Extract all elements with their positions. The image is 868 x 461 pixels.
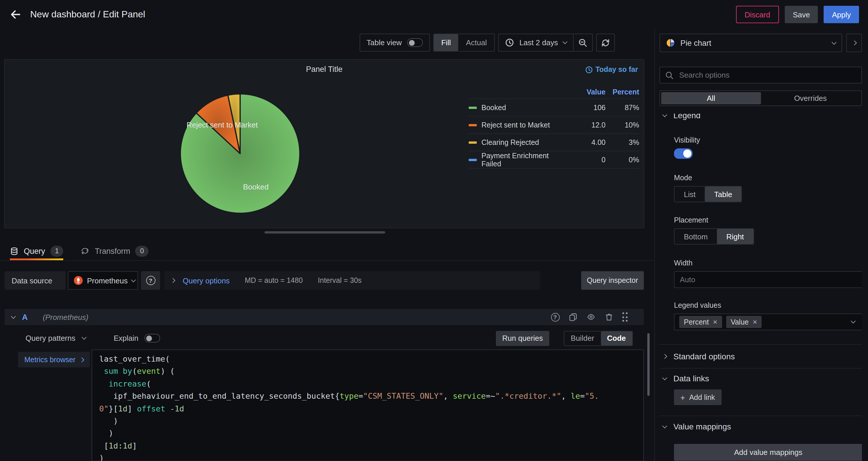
datasource-picker[interactable]: Prometheus [68, 271, 138, 290]
promql-code-editor[interactable]: last_over_time( sum by(event) ( increase… [92, 350, 644, 461]
tab-all[interactable]: All [661, 92, 761, 104]
save-button[interactable]: Save [785, 6, 818, 23]
value-mappings-body: Add value mappings [659, 444, 862, 461]
datasource-help-button[interactable]: ? [141, 271, 160, 290]
legend-width-input[interactable] [674, 271, 862, 288]
remove-chip-icon[interactable]: × [713, 318, 717, 326]
header-actions: Discard Save Apply [736, 6, 859, 23]
table-view-toggle[interactable] [407, 38, 423, 47]
legend-values-select[interactable]: Percent × Value × [674, 314, 862, 330]
query-ref-id[interactable]: A [22, 312, 28, 321]
fill-option[interactable]: Fill [434, 34, 458, 51]
legend-table-row[interactable]: Booked10687% [469, 99, 639, 117]
options-search-input[interactable] [678, 70, 856, 80]
tab-transform[interactable]: Transform 0 [81, 242, 149, 260]
legend-table-row[interactable]: Reject sent to Market12.010% [469, 117, 639, 134]
mode-table-option[interactable]: Table [705, 187, 741, 202]
clock-icon [505, 38, 514, 47]
back-arrow-icon[interactable] [9, 9, 21, 20]
legend-table-row[interactable]: Payment Enrichment Failed00% [469, 151, 639, 169]
panel-title[interactable]: Panel Title [5, 65, 644, 74]
section-value-mappings[interactable]: Value mappings [659, 416, 862, 428]
delete-query-trash-icon[interactable] [605, 313, 613, 321]
transform-icon [81, 246, 90, 255]
code-line: 0"}[1d] offset -1d [99, 402, 636, 415]
visualization-row: Pie chart [659, 34, 862, 52]
pie-slice-label: Reject sent to Market [186, 121, 258, 129]
time-range-button[interactable]: Last 2 days [499, 38, 573, 47]
explain-control: Explain [114, 334, 160, 342]
add-value-mappings-button[interactable]: Add value mappings [674, 444, 862, 461]
code-line: [1d:1d] [99, 440, 636, 452]
legend-table-row[interactable]: Clearing Rejected4.003% [469, 134, 639, 151]
series-percent: 0% [606, 156, 639, 164]
chevron-down-icon [662, 113, 667, 117]
tab-query[interactable]: Query 1 [10, 242, 63, 260]
add-link-button[interactable]: + Add link [674, 389, 721, 405]
discard-button[interactable]: Discard [736, 6, 779, 23]
placement-bottom-option[interactable]: Bottom [675, 229, 717, 244]
bottom-tabs: Query 1 Transform 0 [0, 242, 654, 261]
main-scrollbar-thumb[interactable] [647, 333, 650, 396]
max-data-points-value: MD = auto = 1480 [245, 276, 303, 285]
section-legend-header[interactable]: Legend [659, 113, 862, 121]
time-override-note[interactable]: Today so far [585, 65, 638, 74]
collapse-options-button[interactable] [846, 34, 862, 52]
code-line: sum by(event) ( [99, 365, 636, 378]
chevron-down-icon [131, 277, 136, 282]
panel-resize-handle[interactable] [265, 231, 385, 234]
legend-col-percent[interactable]: Percent [606, 88, 639, 96]
duplicate-query-icon[interactable] [569, 313, 577, 321]
remove-chip-icon[interactable]: × [752, 318, 757, 326]
collapse-query-icon[interactable] [11, 314, 16, 319]
data-links-title: Data links [673, 374, 709, 383]
series-color-swatch[interactable] [469, 106, 477, 109]
code-line: increase( [99, 378, 636, 390]
series-color-swatch[interactable] [469, 124, 477, 126]
legend-table-body: Booked10687%Reject sent to Market12.010%… [469, 99, 639, 169]
code-option[interactable]: Code [600, 331, 632, 345]
query-patterns-dropdown[interactable]: Query patterns [26, 334, 86, 342]
apply-button[interactable]: Apply [824, 6, 859, 23]
visualization-name: Pie chart [680, 38, 827, 47]
interval-value: Interval = 30s [318, 276, 362, 285]
section-standard-options[interactable]: Standard options [659, 345, 862, 368]
section-data-links[interactable]: Data links [659, 369, 862, 380]
chevron-down-icon [82, 335, 87, 340]
metrics-browser-label: Metrics browser [24, 356, 75, 364]
hide-query-eye-icon[interactable] [586, 313, 595, 321]
datasource-row: Data source Prometheus ? Query options M… [5, 271, 644, 290]
chevron-right-icon [852, 40, 857, 45]
series-color-swatch[interactable] [469, 141, 477, 143]
chevron-right-icon [170, 278, 176, 283]
explain-toggle[interactable] [144, 334, 160, 342]
series-value: 4.00 [569, 138, 606, 146]
metrics-browser-button[interactable]: Metrics browser [18, 352, 90, 367]
chip-value[interactable]: Value × [726, 316, 762, 328]
query-options-bar[interactable]: Query options MD = auto = 1480 Interval … [164, 271, 540, 290]
builder-option[interactable]: Builder [564, 331, 600, 345]
refresh-button[interactable] [596, 34, 615, 52]
zoom-out-button[interactable] [574, 38, 592, 47]
code-line: ipf_behaviour_end_to_end_latency_seconds… [99, 390, 636, 402]
series-value: 0 [569, 156, 606, 164]
mode-list-option[interactable]: List [675, 187, 705, 202]
plus-icon: + [680, 393, 685, 402]
datasource-label: Data source [5, 271, 66, 290]
visualization-picker[interactable]: Pie chart [659, 34, 842, 52]
tab-overrides[interactable]: Overrides [761, 92, 860, 104]
query-inspector-button[interactable]: Query inspector [581, 271, 644, 290]
chip-percent[interactable]: Percent × [679, 316, 722, 328]
value-mappings-title: Value mappings [673, 422, 731, 431]
legend-visibility-toggle[interactable] [674, 149, 692, 159]
run-queries-button[interactable]: Run queries [496, 331, 549, 346]
chevron-down-icon [851, 319, 856, 324]
series-color-swatch[interactable] [469, 159, 477, 161]
search-icon [665, 71, 673, 79]
time-range-label: Last 2 days [519, 38, 558, 47]
actual-option[interactable]: Actual [459, 34, 494, 51]
legend-col-value[interactable]: Value [569, 88, 606, 96]
query-help-icon[interactable]: ? [551, 312, 559, 321]
placement-right-option[interactable]: Right [717, 229, 753, 244]
drag-query-handle-icon[interactable] [622, 312, 628, 322]
